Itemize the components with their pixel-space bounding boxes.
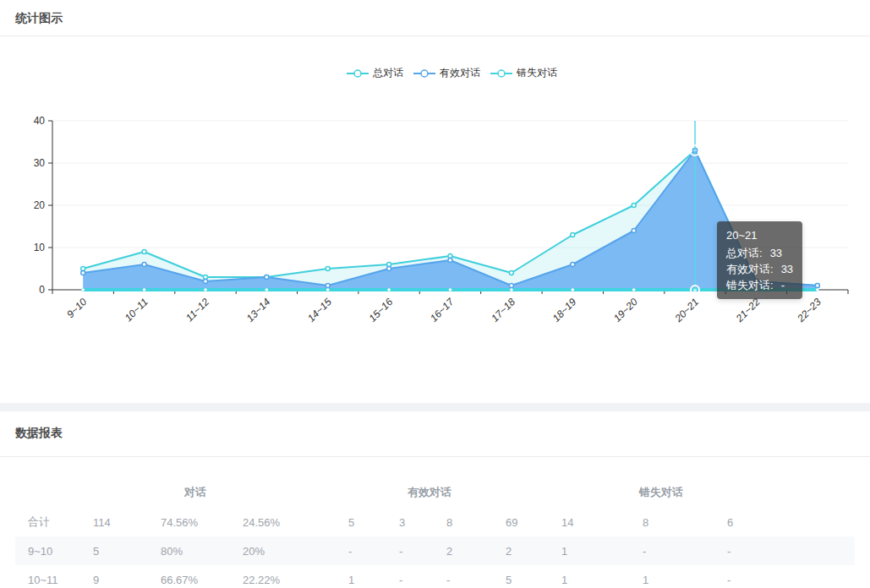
report-table: 对话 有效对话 错失对话 合计 114 74.56% 24.56% 5 3 8 … [15,477,855,588]
x-axis-label: 15~16 [366,296,395,324]
line-circle-icon [347,68,369,79]
legend-item-total[interactable]: 总对话 [347,66,403,80]
chart-tooltip: 20~21 总对话:33 有效对话:33 错失对话:- [717,221,802,299]
report-table-container: 对话 有效对话 错失对话 合计 114 74.56% 24.56% 5 3 8 … [0,457,870,588]
legend-item-missed[interactable]: 错失对话 [490,66,557,80]
col-group-filler [769,477,855,508]
col-group-missed: 错失对话 [553,477,769,508]
legend-label-valid: 有效对话 [440,66,480,80]
x-axis-label: 9~10 [64,296,89,320]
report-section-title: 数据报表 [0,411,870,457]
tooltip-row: 错失对话:- [726,277,793,293]
svg-text:30: 30 [34,157,46,169]
section-divider [0,403,870,411]
x-axis-label: 22~23 [794,296,823,325]
legend-label-total: 总对话 [373,66,403,80]
x-axis-label: 13~14 [244,296,273,324]
statistics-card: 统计图示 总对话 有效对话 [0,0,870,403]
chart-section-title: 统计图示 [0,0,870,36]
legend-label-missed: 错失对话 [517,66,557,80]
row-label: 9~10 [15,536,85,565]
col-group-valid: 有效对话 [340,477,553,508]
x-axis-label: 21~22 [733,296,763,325]
table-group-header-row: 对话 有效对话 错失对话 [15,477,855,508]
y-axis-labels: 010203040 [34,115,46,296]
x-axis-label: 18~19 [550,296,579,324]
table-row-10-11: 10~11 9 66.67% 22.22% 1 - - 5 1 1 - [15,565,855,588]
line-circle-icon [413,68,435,79]
x-axis-label: 14~15 [305,296,334,324]
col-group-blank [15,477,85,508]
svg-text:10: 10 [34,242,46,253]
line-circle-icon [490,68,512,79]
row-label: 10~11 [15,565,85,588]
chart-legend: 总对话 有效对话 错失对话 [0,66,870,80]
tooltip-row: 有效对话:33 [726,261,793,277]
tooltip-row: 总对话:33 [726,245,793,261]
col-group-dialogs: 对话 [85,477,340,508]
svg-text:40: 40 [34,115,46,127]
series-valid [83,150,818,290]
x-axis-label: 10~11 [123,296,150,324]
report-card: 数据报表 对话 有效对话 错失对话 合计 114 [0,411,870,588]
tooltip-title: 20~21 [726,227,793,243]
svg-text:0: 0 [39,284,45,296]
x-axis-label: 20~21 [672,296,701,324]
x-axis-label: 11~12 [183,296,211,324]
x-axis-label: 17~18 [489,296,517,324]
row-label: 合计 [15,508,85,536]
table-row-9-10: 9~10 5 80% 20% - - 2 2 1 - - [15,536,855,565]
x-axis-label: 16~17 [428,295,457,324]
svg-text:20: 20 [34,199,46,211]
chart-area: 总对话 有效对话 错失对话 0102030409~1010~1111~1213~… [0,36,870,403]
x-axis-labels: 9~1010~1111~1213~1414~1515~1616~1717~181… [64,295,823,324]
table-row-total: 合计 114 74.56% 24.56% 5 3 8 69 14 8 6 [15,508,855,536]
x-axis-label: 19~20 [611,296,640,324]
conversation-trend-chart[interactable]: 0102030409~1010~1111~1213~1414~1515~1616… [0,36,870,403]
legend-item-valid[interactable]: 有效对话 [413,66,480,80]
